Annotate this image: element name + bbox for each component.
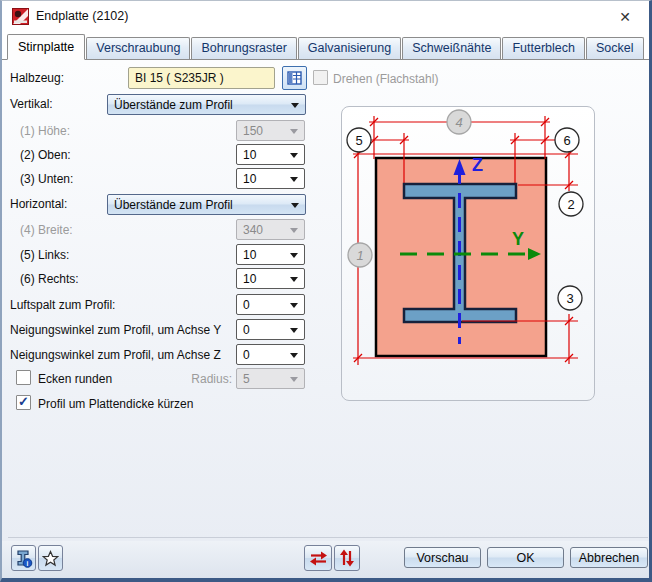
links-combobox[interactable]: 10 (236, 244, 305, 265)
marker-1: 1 (348, 243, 372, 267)
hoehe-combobox: 150 (236, 120, 305, 141)
chevron-down-icon (290, 177, 298, 182)
horizontal-label: Horizontal: (10, 197, 67, 211)
app-icon (12, 8, 29, 25)
unten-combobox[interactable]: 10 (236, 168, 305, 189)
tab-schweissnaehte[interactable]: Schweißnähte (402, 37, 501, 59)
radius-value: 5 (243, 372, 250, 386)
browse-profile-button[interactable] (282, 66, 307, 90)
hoehe-label: (1) Höhe: (20, 124, 70, 138)
favorites-button[interactable] (38, 545, 63, 571)
unten-label: (3) Unten: (20, 172, 73, 186)
breite-value: 340 (243, 223, 263, 237)
profil-kuerzen-checkbox[interactable]: ✓ (16, 395, 31, 410)
ecken-runden-checkbox[interactable] (16, 370, 31, 385)
unten-value: 10 (243, 172, 256, 186)
drehen-checkbox (313, 70, 328, 85)
drehen-label: Drehen (Flachstahl) (333, 72, 438, 86)
oben-value: 10 (243, 148, 256, 162)
horizontal-dropdown[interactable]: Überstände zum Profil (107, 194, 306, 215)
chevron-down-icon (290, 328, 298, 333)
rechts-combobox[interactable]: 10 (236, 268, 305, 289)
ok-button[interactable]: OK (487, 547, 564, 568)
marker-6: 6 (555, 128, 579, 152)
chevron-down-icon (290, 153, 298, 158)
neigung-y-label: Neigungswinkel zum Profil, um Achse Y (10, 323, 221, 337)
hoehe-value: 150 (243, 124, 263, 138)
swap-horizontal-icon (309, 550, 328, 567)
vertikal-value: Überstände zum Profil (114, 98, 233, 112)
profil-kuerzen-label: Profil um Plattendicke kürzen (38, 397, 193, 411)
radius-combobox: 5 (236, 368, 305, 389)
beam-info-icon: i (14, 549, 33, 568)
neigung-y-value: 0 (243, 323, 250, 337)
luftspalt-label: Luftspalt zum Profil: (10, 298, 115, 312)
svg-text:1: 1 (356, 248, 363, 263)
chevron-down-icon (291, 103, 299, 108)
vorschau-button[interactable]: Vorschau (404, 547, 481, 568)
marker-5: 5 (347, 128, 371, 152)
svg-text:5: 5 (355, 133, 362, 148)
breite-label: (4) Breite: (20, 223, 73, 237)
checkmark-icon: ✓ (18, 395, 29, 408)
swap-vertical-button[interactable] (334, 545, 360, 571)
chevron-down-icon (290, 277, 298, 282)
svg-text:i: i (27, 560, 29, 567)
halbzeug-label: Halbzeug: (10, 71, 64, 85)
marker-4: 4 (447, 110, 471, 134)
tab-stirnplatte[interactable]: Stirnplatte (7, 34, 85, 60)
neigung-z-label: Neigungswinkel zum Profil, um Achse Z (10, 348, 221, 362)
chevron-down-icon (290, 303, 298, 308)
chevron-down-icon (290, 228, 298, 233)
vertikal-dropdown[interactable]: Überstände zum Profil (107, 94, 306, 115)
footer-separator (8, 537, 648, 538)
title-bar: Endplatte (2102) ✕ (2, 1, 649, 32)
radius-label: Radius: (162, 372, 232, 386)
ecken-runden-label: Ecken runden (38, 372, 112, 386)
swap-vertical-icon (339, 549, 355, 567)
tab-futterblech[interactable]: Futterblech (502, 37, 585, 59)
chevron-down-icon (290, 129, 298, 134)
tab-galvanisierung[interactable]: Galvanisierung (298, 37, 401, 59)
close-icon[interactable]: ✕ (613, 6, 637, 28)
links-label: (5) Links: (20, 248, 69, 262)
profile-info-button[interactable]: i (11, 545, 36, 571)
footer-bar: i Vorschau OK Abbrechen (2, 541, 649, 578)
star-icon (42, 550, 59, 567)
neigung-z-value: 0 (243, 348, 250, 362)
svg-text:6: 6 (563, 133, 570, 148)
y-axis-label: Y (512, 229, 524, 249)
rechts-value: 10 (243, 272, 256, 286)
svg-text:4: 4 (455, 115, 462, 130)
tab-verschraubung[interactable]: Verschraubung (86, 37, 190, 59)
chevron-down-icon (290, 377, 298, 382)
luftspalt-value: 0 (243, 298, 250, 312)
marker-3: 3 (558, 286, 582, 310)
chevron-down-icon (290, 253, 298, 258)
window-title: Endplatte (2102) (36, 9, 128, 23)
luftspalt-combobox[interactable]: 0 (236, 294, 305, 315)
neigung-y-combobox[interactable]: 0 (236, 319, 305, 340)
swap-horizontal-button[interactable] (304, 545, 332, 571)
links-value: 10 (243, 248, 256, 262)
oben-combobox[interactable]: 10 (236, 144, 305, 165)
svg-text:2: 2 (567, 197, 574, 212)
chevron-down-icon (291, 203, 299, 208)
tab-content-stirnplatte: Halbzeug: Drehen (Flachstahl) Vertikal: … (2, 60, 649, 541)
halbzeug-input[interactable] (128, 67, 275, 89)
rechts-label: (6) Rechts: (20, 272, 79, 286)
neigung-z-combobox[interactable]: 0 (236, 344, 305, 365)
tab-bohrungsraster[interactable]: Bohrungsraster (191, 37, 296, 59)
abbrechen-button[interactable]: Abbrechen (570, 547, 648, 568)
tab-bar: Stirnplatte Verschraubung Bohrungsraster… (2, 32, 649, 60)
oben-label: (2) Oben: (20, 148, 71, 162)
horizontal-value: Überstände zum Profil (114, 198, 233, 212)
marker-2: 2 (559, 192, 583, 216)
vertikal-label: Vertikal: (10, 97, 53, 111)
endplatte-dialog: Endplatte (2102) ✕ Stirnplatte Verschrau… (0, 0, 652, 582)
chevron-down-icon (290, 353, 298, 358)
tab-sockel[interactable]: Sockel (586, 37, 644, 59)
svg-text:3: 3 (566, 291, 573, 306)
endplate-diagram: Z Y 1 2 (341, 106, 595, 401)
breite-combobox: 340 (236, 219, 305, 240)
